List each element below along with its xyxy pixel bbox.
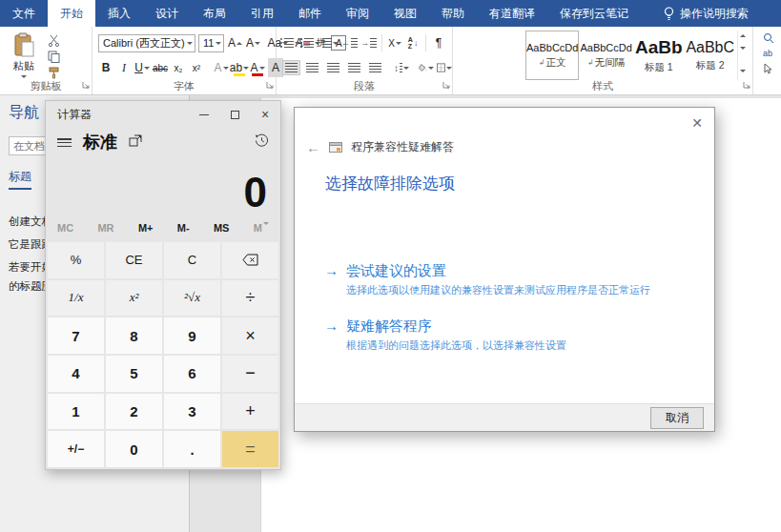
- grow-font-button[interactable]: A: [227, 33, 242, 52]
- gallery-down-icon[interactable]: [740, 47, 746, 50]
- memory-flyout-button[interactable]: M: [254, 222, 269, 234]
- key-4[interactable]: 4: [48, 356, 104, 392]
- option-try-recommended-settings[interactable]: → 尝试建议的设置 选择此选项以使用建议的兼容性设置来测试应用程序是否正常运行: [324, 262, 695, 297]
- calculator-titlebar[interactable]: 计算器 ×: [46, 101, 280, 128]
- styles-dialog-launcher[interactable]: [743, 75, 750, 92]
- key-reciprocal[interactable]: 1/x: [48, 280, 104, 317]
- tell-me-search[interactable]: 操作说明搜索: [654, 0, 758, 27]
- tab-design[interactable]: 设计: [143, 0, 191, 27]
- style-card-heading1[interactable]: AaBb 标题 1: [633, 31, 685, 80]
- key-clear-entry[interactable]: CE: [106, 242, 162, 278]
- key-9[interactable]: 9: [164, 317, 220, 354]
- underline-button[interactable]: U: [134, 58, 150, 77]
- font-color-button[interactable]: A: [250, 58, 265, 77]
- cut-button[interactable]: [44, 33, 63, 47]
- align-center-button[interactable]: [303, 60, 321, 75]
- minimize-button[interactable]: [189, 101, 219, 128]
- cancel-button[interactable]: 取消: [650, 407, 704, 429]
- key-7[interactable]: 7: [48, 317, 104, 354]
- tab-youdao-translate[interactable]: 有道翻译: [477, 0, 547, 27]
- replace-button[interactable]: ab: [763, 49, 777, 58]
- memory-add-button[interactable]: M+: [138, 222, 154, 234]
- strikethrough-button[interactable]: abc: [153, 58, 168, 77]
- show-hide-marks-button[interactable]: ¶: [431, 33, 446, 52]
- maximize-button[interactable]: [219, 101, 250, 128]
- shading-button[interactable]: [419, 58, 434, 77]
- tab-view[interactable]: 视图: [381, 0, 429, 27]
- tab-insert[interactable]: 插入: [95, 0, 143, 27]
- key-decimal[interactable]: .: [164, 431, 220, 467]
- style-card-normal[interactable]: AaBbCcDd ↲正文: [525, 31, 579, 80]
- key-subtract[interactable]: −: [222, 356, 278, 392]
- font-size-combo[interactable]: 11: [198, 34, 224, 52]
- memory-clear-button[interactable]: MC: [57, 222, 73, 234]
- font-name-combo[interactable]: Calibri (西文正文): [98, 34, 195, 52]
- borders-button[interactable]: [437, 58, 452, 77]
- tab-mailings[interactable]: 邮件: [286, 0, 334, 27]
- tab-home[interactable]: 开始: [48, 0, 95, 27]
- key-negate[interactable]: +/−: [48, 431, 104, 467]
- justify-button[interactable]: [345, 60, 363, 75]
- key-divide[interactable]: ÷: [222, 280, 278, 317]
- bold-button[interactable]: B: [98, 58, 113, 77]
- key-0[interactable]: 0: [106, 431, 162, 467]
- keep-on-top-button[interactable]: [129, 133, 142, 151]
- bullets-button[interactable]: [282, 33, 299, 52]
- key-3[interactable]: 3: [164, 394, 220, 430]
- key-equals[interactable]: =: [222, 431, 278, 467]
- style-card-heading2[interactable]: AaBbC 标题 2: [685, 31, 736, 80]
- key-2[interactable]: 2: [106, 394, 162, 430]
- find-button[interactable]: [763, 32, 777, 44]
- key-1[interactable]: 1: [48, 394, 104, 430]
- key-square[interactable]: x²: [106, 280, 162, 317]
- format-painter-button[interactable]: [44, 66, 63, 79]
- distribute-button[interactable]: [366, 60, 384, 75]
- increase-indent-button[interactable]: →: [360, 33, 377, 52]
- option-troubleshoot-program[interactable]: → 疑难解答程序 根据遇到的问题选择此选项，以选择兼容性设置: [324, 317, 695, 353]
- align-left-button[interactable]: [282, 60, 300, 75]
- dialog-back-button[interactable]: ←: [306, 140, 320, 154]
- italic-button[interactable]: I: [116, 58, 132, 77]
- key-6[interactable]: 6: [164, 356, 220, 392]
- key-add[interactable]: +: [222, 394, 278, 430]
- tab-layout[interactable]: 布局: [191, 0, 238, 27]
- tab-review[interactable]: 审阅: [334, 0, 381, 27]
- text-highlight-button[interactable]: ab: [232, 58, 247, 77]
- numbering-button[interactable]: [302, 33, 319, 52]
- subscript-button[interactable]: x₂: [171, 58, 186, 77]
- dialog-close-button[interactable]: ✕: [691, 116, 703, 130]
- styles-gallery-scrollbar[interactable]: [737, 31, 749, 80]
- memory-store-button[interactable]: MS: [214, 222, 230, 234]
- font-dialog-launcher[interactable]: [266, 75, 274, 92]
- paste-button[interactable]: 粘贴: [4, 31, 44, 79]
- text-effects-button[interactable]: A: [214, 58, 229, 77]
- key-5[interactable]: 5: [106, 356, 162, 392]
- superscript-button[interactable]: x²: [189, 58, 204, 77]
- close-button[interactable]: ×: [250, 101, 280, 128]
- gallery-more-icon[interactable]: [740, 59, 746, 76]
- key-8[interactable]: 8: [106, 317, 162, 354]
- tab-help[interactable]: 帮助: [429, 0, 477, 27]
- nav-tab-headings[interactable]: 标题: [9, 169, 31, 190]
- select-button[interactable]: [763, 63, 777, 74]
- asian-layout-button[interactable]: X: [387, 33, 402, 52]
- sort-button[interactable]: AZ↓: [405, 33, 421, 52]
- line-spacing-button[interactable]: ↕: [394, 58, 409, 77]
- menu-hamburger-icon[interactable]: [57, 138, 72, 147]
- style-card-no-spacing[interactable]: AaBbCcDd ↲无间隔: [579, 31, 632, 80]
- key-percent[interactable]: %: [48, 242, 104, 278]
- shrink-font-button[interactable]: A: [245, 33, 260, 52]
- tab-references[interactable]: 引用: [238, 0, 286, 27]
- key-clear[interactable]: C: [164, 242, 220, 278]
- key-multiply[interactable]: ×: [222, 317, 278, 354]
- paragraph-dialog-launcher[interactable]: [442, 75, 450, 92]
- multilevel-list-button[interactable]: [322, 33, 339, 52]
- clipboard-dialog-launcher[interactable]: [82, 75, 90, 92]
- align-right-button[interactable]: [324, 60, 342, 75]
- key-square-root[interactable]: ²√x: [164, 280, 220, 317]
- key-backspace[interactable]: [222, 242, 278, 278]
- tab-save-to-cloud-notes[interactable]: 保存到云笔记: [547, 0, 641, 27]
- memory-subtract-button[interactable]: M-: [177, 222, 190, 234]
- copy-button[interactable]: [44, 50, 63, 63]
- tab-file[interactable]: 文件: [0, 0, 48, 27]
